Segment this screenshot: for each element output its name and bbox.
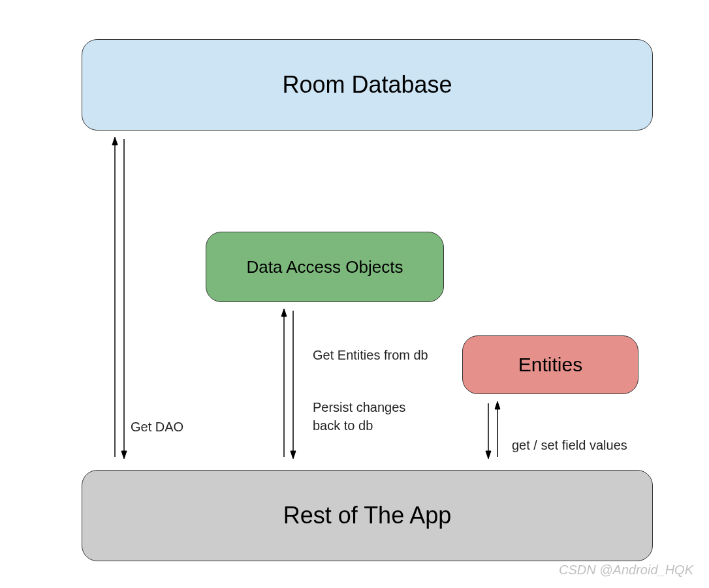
room-architecture-diagram: Room Database Data Access Objects Entiti… bbox=[0, 0, 709, 588]
arrows-svg bbox=[0, 0, 709, 588]
svg-marker-11 bbox=[495, 401, 500, 409]
label-get-dao: Get DAO bbox=[131, 418, 183, 436]
svg-marker-9 bbox=[486, 451, 491, 459]
label-persist-changes: Persist changes back to db bbox=[313, 398, 405, 435]
watermark: CSDN @Android_HQK bbox=[559, 563, 693, 578]
label-get-set: get / set field values bbox=[512, 436, 627, 454]
svg-marker-7 bbox=[291, 451, 296, 459]
label-get-entities: Get Entities from db bbox=[313, 346, 428, 364]
arrow-getdao-group bbox=[112, 137, 127, 459]
svg-marker-3 bbox=[121, 451, 127, 459]
arrow-entities-app-group bbox=[486, 401, 500, 459]
arrow-dao-app-group bbox=[281, 309, 296, 459]
svg-marker-1 bbox=[112, 137, 118, 145]
svg-marker-5 bbox=[281, 309, 287, 317]
